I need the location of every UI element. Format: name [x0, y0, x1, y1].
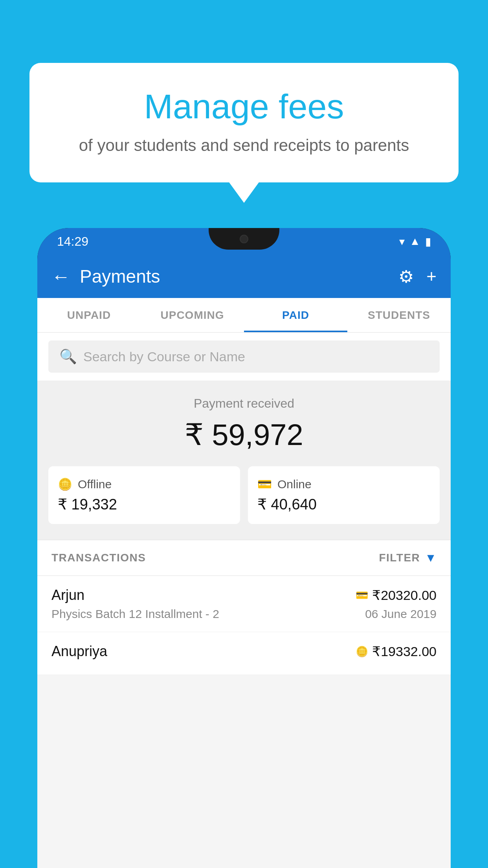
- transaction-amount: ₹19332.00: [372, 644, 437, 659]
- transaction-amount-wrap: 💳 ₹20320.00: [356, 587, 437, 603]
- transaction-name: Arjun: [51, 587, 84, 603]
- app-bar-actions: ⚙ +: [398, 267, 437, 287]
- online-card-header: 💳 Online: [257, 477, 312, 491]
- filter-icon: ▼: [425, 551, 437, 565]
- signal-icon: ▲: [409, 235, 420, 248]
- app-bar: ← Payments ⚙ +: [37, 255, 451, 298]
- battery-icon: ▮: [425, 235, 431, 248]
- offline-icon: 🪙: [58, 477, 72, 491]
- online-amount: ₹ 40,640: [257, 496, 317, 513]
- phone-frame: 14:29 ▾ ▲ ▮ ← Payments ⚙ + UNPAID UPCOMI…: [37, 228, 451, 868]
- tab-upcoming[interactable]: UPCOMING: [141, 298, 244, 332]
- filter-button[interactable]: FILTER ▼: [379, 551, 437, 565]
- transaction-top: Anupriya 🪙 ₹19332.00: [51, 643, 437, 660]
- status-time: 14:29: [57, 234, 88, 249]
- transaction-amount-wrap: 🪙 ₹19332.00: [356, 644, 437, 659]
- payment-amount: ₹ 59,972: [48, 417, 440, 452]
- card-icon: 💳: [356, 589, 368, 601]
- status-icons: ▾ ▲ ▮: [399, 235, 431, 248]
- online-icon: 💳: [257, 477, 272, 491]
- transaction-top: Arjun 💳 ₹20320.00: [51, 587, 437, 603]
- tab-unpaid[interactable]: UNPAID: [37, 298, 141, 332]
- payment-cards: 🪙 Offline ₹ 19,332 💳 Online ₹ 40,640: [48, 466, 440, 524]
- transaction-row[interactable]: Arjun 💳 ₹20320.00 Physics Batch 12 Insta…: [37, 576, 451, 632]
- settings-icon[interactable]: ⚙: [398, 267, 414, 287]
- cash-icon: 🪙: [356, 645, 368, 658]
- add-icon[interactable]: +: [426, 267, 437, 286]
- transaction-name: Anupriya: [51, 643, 107, 660]
- online-label: Online: [277, 478, 312, 491]
- offline-card-header: 🪙 Offline: [58, 477, 112, 491]
- back-button[interactable]: ←: [51, 266, 70, 287]
- app-bar-title: Payments: [80, 266, 389, 287]
- offline-amount: ₹ 19,332: [58, 496, 117, 513]
- tab-paid[interactable]: PAID: [244, 298, 347, 332]
- transaction-date: 06 June 2019: [365, 607, 437, 621]
- phone-notch: [209, 228, 279, 250]
- search-container: 🔍 Search by Course or Name: [37, 333, 451, 381]
- offline-label: Offline: [78, 478, 112, 491]
- offline-card: 🪙 Offline ₹ 19,332: [48, 466, 240, 524]
- speech-bubble: Manage fees of your students and send re…: [29, 63, 459, 182]
- tab-bar: UNPAID UPCOMING PAID STUDENTS: [37, 298, 451, 333]
- front-camera: [240, 235, 248, 243]
- search-placeholder: Search by Course or Name: [83, 349, 245, 364]
- wifi-icon: ▾: [399, 235, 405, 248]
- content-area: 🔍 Search by Course or Name Payment recei…: [37, 333, 451, 868]
- transactions-label: TRANSACTIONS: [51, 552, 146, 564]
- payment-summary: Payment received ₹ 59,972 🪙 Offline ₹ 19…: [37, 381, 451, 540]
- transaction-bottom: Physics Batch 12 Installment - 2 06 June…: [51, 607, 437, 621]
- bubble-title: Manage fees: [53, 86, 435, 127]
- search-box[interactable]: 🔍 Search by Course or Name: [48, 340, 440, 373]
- phone-screen: 14:29 ▾ ▲ ▮ ← Payments ⚙ + UNPAID UPCOMI…: [37, 228, 451, 868]
- tab-students[interactable]: STUDENTS: [347, 298, 451, 332]
- transactions-header: TRANSACTIONS FILTER ▼: [37, 540, 451, 576]
- payment-received-label: Payment received: [48, 396, 440, 411]
- transaction-course: Physics Batch 12 Installment - 2: [51, 607, 219, 621]
- online-card: 💳 Online ₹ 40,640: [248, 466, 440, 524]
- search-icon: 🔍: [59, 348, 77, 365]
- bubble-subtitle: of your students and send receipts to pa…: [53, 136, 435, 155]
- filter-label: FILTER: [379, 552, 420, 564]
- transaction-row[interactable]: Anupriya 🪙 ₹19332.00: [37, 632, 451, 675]
- transaction-amount: ₹20320.00: [372, 587, 437, 603]
